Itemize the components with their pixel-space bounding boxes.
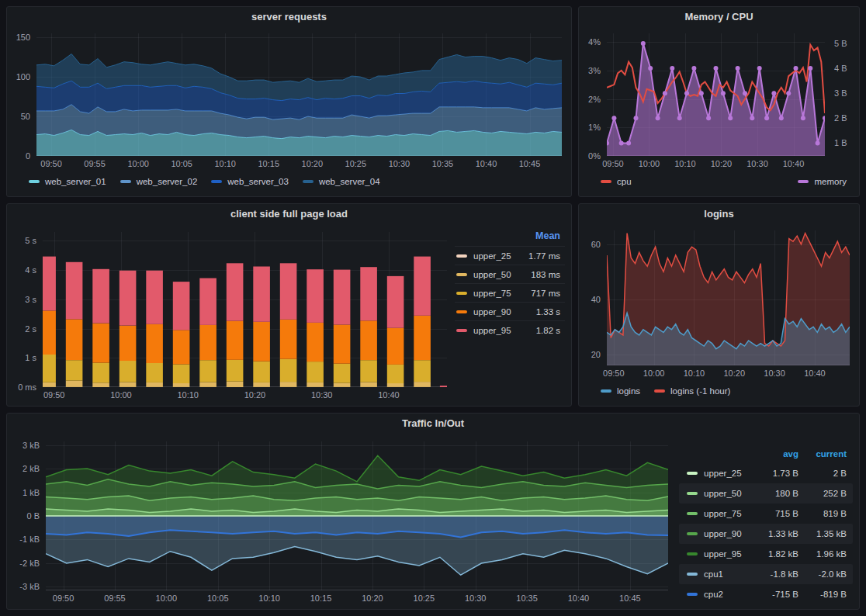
legend-current-value: 819 B: [798, 509, 847, 518]
legend-label: logins: [617, 386, 640, 396]
legend-item-upper_50[interactable]: upper_50183 ms: [455, 265, 565, 283]
legend-swatch: [687, 472, 698, 475]
legend-swatch: [211, 180, 222, 183]
legend-server-requests: web_server_01web_server_02web_server_03w…: [7, 171, 571, 196]
legend-current-value: -819 B: [798, 590, 847, 599]
y-tick-label-right: 1 B: [834, 137, 859, 148]
panel-header-memory-cpu[interactable]: Memory / CPU: [579, 7, 859, 27]
y-tick-label-right: 4 B: [834, 63, 859, 74]
y-tick-label: 2%: [579, 94, 601, 105]
legend-header-current[interactable]: current: [798, 449, 847, 459]
panel-client-side-full-page-load: client side full page load 09:5010:0010:…: [6, 203, 572, 407]
legend-item-upper_75[interactable]: upper_75717 ms: [455, 283, 565, 302]
legend-label: cpu: [617, 176, 632, 187]
y-tick-label: 5 s: [7, 235, 36, 246]
legend-item-upper_95[interactable]: upper_951.82 kB1.96 kB: [679, 544, 853, 564]
x-tick-label: 09:50: [33, 390, 76, 400]
legend-mean-value: 1.33 s: [536, 307, 560, 317]
legend-item-cpu1[interactable]: cpu1-1.8 kB-2.0 kB: [679, 564, 853, 584]
chart-area: 09:5010:0010:1010:2010:3010:400 ms1 s2 s…: [7, 224, 455, 406]
chart-canvas[interactable]: [36, 33, 562, 156]
x-tick-label: 10:00: [99, 390, 143, 400]
legend-label: cpu2: [704, 590, 723, 599]
legend-item-web_server_03[interactable]: web_server_03: [211, 176, 289, 187]
legend-label: logins (-1 hour): [670, 386, 730, 396]
legend-item-cpu[interactable]: cpu: [601, 176, 632, 187]
legend-item-logins[interactable]: logins: [601, 386, 640, 396]
y-tick-label: -3 kB: [7, 581, 40, 592]
legend-avg-value: -715 B: [750, 590, 798, 599]
legend-series-name: upper_50: [687, 489, 750, 498]
legend-item-upper_75[interactable]: upper_75715 B819 B: [679, 504, 853, 524]
legend-mean-value: 1.82 s: [536, 326, 560, 335]
legend-series-name: upper_90: [473, 307, 530, 317]
x-tick-label: 10:40: [367, 390, 410, 400]
panel-header-traffic[interactable]: Traffic In/Out: [7, 414, 859, 434]
legend-label: upper_95: [704, 549, 742, 559]
panel-title: server requests: [251, 7, 327, 27]
legend-table: Meanupper_251.77 msupper_50183 msupper_7…: [455, 224, 571, 406]
y-tick-label: 1 s: [7, 352, 36, 363]
legend-item-upper_50[interactable]: upper_50180 B252 B: [679, 483, 853, 504]
legend-swatch: [456, 273, 467, 276]
y-tick-label: 100: [7, 71, 30, 82]
legend-label: upper_75: [704, 509, 742, 518]
y-tick-label-right: 3 B: [834, 88, 859, 99]
panel-title: logins: [704, 204, 733, 224]
x-tick-label: 10:30: [300, 390, 344, 400]
legend-series-name: upper_25: [687, 469, 750, 478]
y-tick-label: 0%: [579, 151, 601, 161]
panel-logins: logins 09:5010:0010:1010:2010:3010:40204…: [578, 203, 860, 407]
x-tick-label: 10:10: [248, 594, 291, 603]
legend-mean-value: 183 ms: [531, 270, 560, 279]
x-tick-label: 10:00: [116, 159, 160, 168]
y-tick-label: 20: [579, 349, 601, 360]
chart-canvas[interactable]: [43, 232, 447, 387]
legend-item-upper_25[interactable]: upper_251.77 ms: [455, 246, 565, 265]
legend-item-memory[interactable]: memory: [798, 176, 847, 187]
x-tick-label: 10:05: [160, 159, 203, 168]
legend-item-web_server_01[interactable]: web_server_01: [29, 176, 106, 187]
y-tick-label: 0: [7, 151, 30, 161]
y-tick-label: 0 B: [7, 510, 40, 521]
x-tick-label: 10:00: [632, 369, 676, 378]
x-tick-label: 10:40: [464, 159, 507, 168]
legend-item-upper_25[interactable]: upper_251.73 B2 B: [679, 463, 853, 483]
chart-canvas[interactable]: [607, 230, 850, 365]
legend-item-web_server_02[interactable]: web_server_02: [120, 176, 198, 187]
chart-canvas[interactable]: [607, 33, 825, 156]
legend-item-upper_90[interactable]: upper_901.33 s: [455, 302, 565, 320]
legend-label: upper_25: [704, 469, 742, 478]
legend-item-logins (-1 hour)[interactable]: logins (-1 hour): [654, 386, 730, 396]
legend-item-upper_95[interactable]: upper_951.82 s: [455, 320, 565, 339]
y-tick-label: -1 kB: [7, 534, 40, 545]
legend-current-value: 252 B: [798, 489, 847, 498]
legend-header-mean[interactable]: Mean: [535, 230, 560, 241]
x-tick-label: 10:20: [712, 369, 756, 378]
panel-header-client-load[interactable]: client side full page load: [7, 204, 571, 224]
legend-header: Mean: [455, 226, 565, 246]
y-tick-label: 2 s: [7, 324, 36, 334]
x-tick-label: 10:25: [402, 594, 445, 603]
y-tick-label: 150: [7, 32, 30, 43]
legend-label: web_server_04: [319, 176, 380, 187]
legend-avg-value: -1.8 kB: [750, 569, 798, 579]
legend-item-web_server_04[interactable]: web_server_04: [303, 176, 380, 187]
legend-label: upper_90: [704, 529, 742, 538]
legend-item-upper_90[interactable]: upper_901.33 kB1.35 kB: [679, 524, 853, 544]
x-tick-label: 10:20: [351, 594, 394, 603]
legend-current-value: 1.35 kB: [798, 529, 847, 538]
panel-header-server-requests[interactable]: server requests: [7, 7, 571, 27]
x-tick-label: 10:00: [144, 594, 188, 603]
legend-header-avg[interactable]: avg: [750, 449, 798, 459]
legend-swatch: [120, 180, 131, 183]
x-tick-label: 10:35: [421, 159, 464, 168]
legend-series-name: upper_50: [473, 270, 525, 279]
legend-swatch: [687, 532, 698, 535]
legend-avg-value: 1.33 kB: [750, 529, 798, 538]
x-tick-label: 10:30: [753, 369, 796, 378]
chart-canvas[interactable]: [46, 441, 668, 590]
legend-item-cpu2[interactable]: cpu2-715 B-819 B: [679, 584, 853, 604]
y-tick-label: 4%: [579, 36, 601, 47]
panel-header-logins[interactable]: logins: [579, 204, 859, 224]
